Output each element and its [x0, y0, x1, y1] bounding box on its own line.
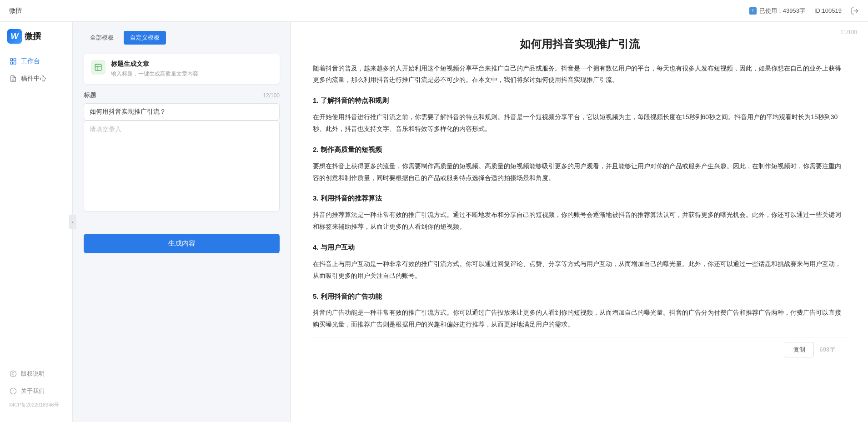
copy-button[interactable]: 复制 [785, 342, 814, 357]
page-count: 11/100 [840, 29, 857, 35]
icp-text: ©ICP备2022018946号 [0, 400, 72, 410]
article-paragraph: 抖音的广告功能是一种非常有效的推广引流方式。你可以通过广告投放来让更多的人看到你… [313, 307, 846, 331]
topbar-usage: T 已使用：43953字 [749, 7, 805, 15]
copyright-label: 版权说明 [21, 370, 45, 378]
drafts-icon [9, 75, 17, 83]
about-icon [9, 387, 17, 395]
drafts-label: 稿件中心 [21, 75, 46, 83]
svg-rect-1 [10, 59, 13, 61]
sidebar-item-about[interactable]: 关于我们 [0, 382, 72, 400]
textarea-body[interactable]: 请填空录入 [84, 121, 280, 211]
form-label-row: 标题 12/100 [84, 91, 280, 100]
about-label: 关于我们 [21, 387, 45, 395]
template-name: 标题生成文章 [111, 60, 272, 68]
sidebar-bottom: 版权说明 关于我们 ©ICP备2022018946号 [0, 365, 72, 415]
template-card[interactable]: 标题生成文章 输入标题，一键生成高质量文章内容 [84, 54, 280, 84]
svg-rect-11 [95, 64, 101, 70]
word-count: 693字 [819, 346, 835, 354]
topbar-id: ID:100519 [814, 7, 842, 14]
article-section-heading: 5. 利用抖音的广告功能 [313, 290, 846, 303]
svg-rect-3 [10, 62, 13, 64]
svg-rect-4 [14, 62, 16, 64]
sidebar: W 微撰 工作台 [0, 22, 73, 422]
sidebar-item-copyright[interactable]: 版权说明 [0, 365, 72, 382]
topbar: 微撰 T 已使用：43953字 ID:100519 [0, 0, 868, 22]
title-input[interactable] [84, 103, 280, 121]
svg-rect-2 [14, 59, 16, 61]
template-tabs: 全部模板 自定义模板 [84, 31, 280, 45]
generate-button[interactable]: 生成内容 [84, 234, 280, 253]
template-desc: 输入标题，一键生成高质量文章内容 [111, 70, 272, 78]
template-icon [91, 60, 105, 75]
bottom-bar: 复制 693字 [313, 337, 846, 362]
logo-area: W 微撰 [0, 29, 72, 53]
sidebar-item-workbench[interactable]: 工作台 [0, 53, 72, 70]
article-paragraph: 要想在抖音上获得更多的流量，你需要制作高质量的短视频。高质量的短视频能够吸引更多… [313, 161, 846, 184]
tab-custom-templates[interactable]: 自定义模板 [124, 31, 166, 45]
article-section-heading: 3. 利用抖音的推荐算法 [313, 192, 846, 205]
workbench-label: 工作台 [21, 57, 40, 65]
topbar-right: T 已使用：43953字 ID:100519 [749, 7, 859, 15]
workbench-icon [9, 57, 17, 65]
article-title: 如何用抖音实现推广引流 [313, 36, 846, 52]
collapse-button[interactable]: ‹ [69, 215, 76, 229]
divider [84, 219, 280, 219]
form-label: 标题 [84, 91, 96, 100]
sidebar-item-drafts[interactable]: 稿件中心 [0, 70, 72, 87]
article-paragraph: 在开始使用抖音进行推广引流之前，你需要了解抖音的特点和规则。抖音是一个短视频分享… [313, 111, 846, 135]
main-content: 全部模板 自定义模板 标题生成文章 输入标题，一键生成高质量文章内容 [73, 22, 868, 422]
right-panel: 11/100 如何用抖音实现推广引流 随着抖音的普及，越来越多的人开始利用这个短… [291, 22, 868, 422]
svg-point-7 [10, 371, 16, 377]
article-paragraph: 随着抖音的普及，越来越多的人开始利用这个短视频分享平台来推广自己的产品或服务。抖… [313, 63, 846, 86]
usage-icon: T [749, 7, 757, 15]
article-paragraph: 抖音的推荐算法是一种非常有效的推广引流方式。通过不断地发布和分享自己的短视频，你… [313, 209, 846, 233]
article-body: 随着抖音的普及，越来越多的人开始利用这个短视频分享平台来推广自己的产品或服务。抖… [313, 63, 846, 331]
article-paragraph: 在抖音上与用户互动是一种非常有效的推广引流方式。你可以通过回复评论、点赞、分享等… [313, 258, 846, 282]
textarea-placeholder: 请填空录入 [90, 126, 121, 133]
logo-icon: W [7, 29, 22, 44]
power-button[interactable] [851, 7, 859, 15]
left-panel: 全部模板 自定义模板 标题生成文章 输入标题，一键生成高质量文章内容 [73, 22, 291, 422]
tab-all-templates[interactable]: 全部模板 [84, 31, 120, 45]
copyright-icon [9, 370, 17, 378]
template-info: 标题生成文章 输入标题，一键生成高质量文章内容 [111, 60, 272, 78]
article-section-heading: 4. 与用户互动 [313, 241, 846, 254]
main-layout: W 微撰 工作台 [0, 22, 868, 422]
topbar-title: 微撰 [9, 7, 22, 15]
logo-text: 微撰 [25, 31, 41, 42]
form-count: 12/100 [263, 92, 280, 99]
article-section-heading: 1. 了解抖音的特点和规则 [313, 94, 846, 107]
article-section-heading: 2. 制作高质量的短视频 [313, 143, 846, 156]
usage-label: 已使用：43953字 [759, 7, 805, 15]
